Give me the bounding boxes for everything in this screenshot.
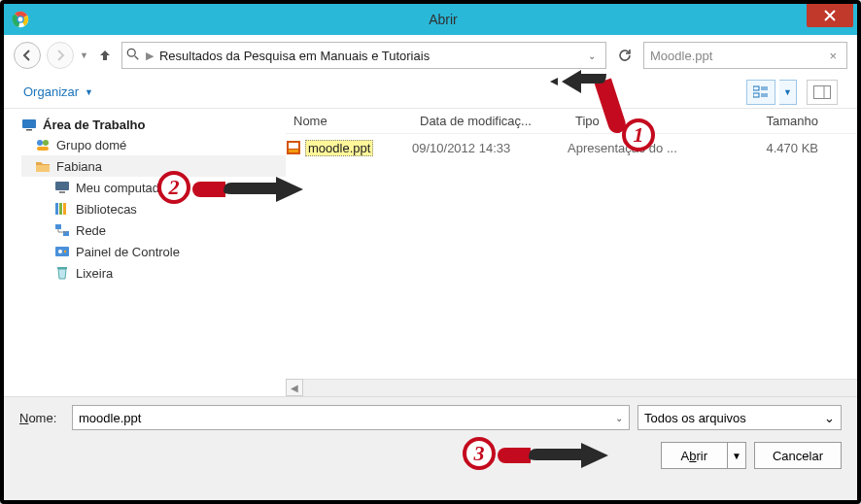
svg-rect-10 <box>814 85 831 98</box>
file-size: 4.470 KB <box>723 141 857 155</box>
filename-input[interactable]: moodle.ppt ⌄ <box>72 405 630 430</box>
view-button[interactable] <box>746 80 775 105</box>
refresh-button[interactable] <box>612 43 637 68</box>
sidebar-item-user-folder[interactable]: Fabiana <box>21 155 286 177</box>
sidebar: Área de Trabalho Grupo doméFabianaMeu co… <box>4 109 286 396</box>
column-headers: Nome Data de modificaç... Tipo Tamanho <box>286 109 857 134</box>
address-bar[interactable]: ▶ Resultados da Pesquisa em Manuais e Tu… <box>121 42 606 69</box>
cancel-button[interactable]: Cancelar <box>754 442 842 469</box>
navbar: ▼ ▶ Resultados da Pesquisa em Manuais e … <box>4 35 857 76</box>
sidebar-item-label: Lixeira <box>76 266 113 281</box>
annotation-tail-2 <box>192 182 225 197</box>
sidebar-item-recycle-bin[interactable]: Lixeira <box>21 262 286 284</box>
back-button[interactable] <box>14 42 41 69</box>
sidebar-item-label: Grupo domé <box>56 138 126 152</box>
filter-select[interactable]: Todos os arquivos ⌄ <box>637 405 842 430</box>
search-value: Moodle.ppt <box>650 49 712 63</box>
svg-point-25 <box>58 250 62 253</box>
sidebar-item-network[interactable]: Rede <box>21 219 286 241</box>
svg-rect-5 <box>753 93 759 97</box>
svg-rect-17 <box>55 182 69 190</box>
svg-rect-12 <box>22 119 36 128</box>
clear-search-icon[interactable]: × <box>825 49 841 63</box>
sidebar-item-label: Meu computador <box>76 181 171 195</box>
titlebar: Abrir <box>4 4 857 35</box>
svg-rect-22 <box>55 224 61 229</box>
organize-button[interactable]: Organizar <box>23 84 79 99</box>
close-button[interactable] <box>807 4 853 27</box>
scroll-track[interactable] <box>303 379 857 396</box>
svg-rect-13 <box>26 129 32 131</box>
annotation-badge-1: 1 <box>622 118 655 151</box>
sidebar-item-homegroup[interactable]: Grupo domé <box>21 134 286 155</box>
breadcrumb-separator-icon: ▶ <box>146 50 154 62</box>
file-row[interactable]: moodle.ppt09/10/2012 14:33Apresentação d… <box>286 134 857 161</box>
scroll-left-button[interactable]: ◀ <box>286 379 303 396</box>
svg-rect-20 <box>59 203 62 215</box>
svg-rect-30 <box>289 150 298 152</box>
sidebar-item-label: Rede <box>76 223 106 238</box>
filename-label: Nome: <box>19 411 64 425</box>
annotation-tail-3 <box>498 448 531 463</box>
organize-dropdown-icon[interactable]: ▼ <box>85 87 93 97</box>
svg-point-15 <box>43 140 49 146</box>
tree-root-desktop[interactable]: Área de Trabalho <box>21 115 286 134</box>
search-input[interactable]: Moodle.ppt × <box>643 42 847 69</box>
svg-point-26 <box>64 251 66 252</box>
history-dropdown-icon[interactable]: ▼ <box>80 50 88 60</box>
view-dropdown-button[interactable]: ▼ <box>779 80 797 105</box>
annotation-pointer-3 <box>529 443 608 472</box>
open-button[interactable]: Abrir <box>661 442 728 469</box>
chrome-icon <box>12 11 29 28</box>
filter-dropdown-icon[interactable]: ⌄ <box>824 411 835 425</box>
toolbar: Organizar ▼ ▼ <box>4 76 857 109</box>
filter-value: Todos os arquivos <box>644 411 746 425</box>
open-dialog-window: Abrir ▼ ▶ Resultados da Pesquisa em Manu… <box>0 0 861 504</box>
window-title: Abrir <box>29 12 857 27</box>
col-date[interactable]: Data de modificaç... <box>412 114 568 128</box>
annotation-pointer-2 <box>224 177 303 206</box>
body-area: Área de Trabalho Grupo doméFabianaMeu co… <box>4 109 857 396</box>
sidebar-item-label: Painel de Controle <box>76 245 180 259</box>
svg-rect-21 <box>63 203 66 215</box>
svg-point-3 <box>127 49 135 56</box>
file-date: 09/10/2012 14:33 <box>412 141 568 155</box>
svg-rect-29 <box>289 143 298 149</box>
svg-rect-4 <box>753 86 759 90</box>
footer: Nome: moodle.ppt ⌄ Todos os arquivos ⌄ A… <box>4 396 857 504</box>
svg-point-2 <box>18 17 23 22</box>
svg-rect-18 <box>59 191 65 193</box>
breadcrumb-text: Resultados da Pesquisa em Manuais e Tuto… <box>159 49 430 63</box>
sidebar-item-label: Bibliotecas <box>76 202 137 217</box>
breadcrumb-dropdown-icon[interactable]: ⌄ <box>582 50 602 61</box>
svg-point-14 <box>37 140 43 146</box>
sidebar-item-label: Fabiana <box>56 159 102 174</box>
annotation-badge-2: 2 <box>157 171 190 204</box>
annotation-badge-3: 3 <box>463 437 496 470</box>
filename-value: moodle.ppt <box>79 411 141 425</box>
filename-dropdown-icon[interactable]: ⌄ <box>615 413 623 423</box>
col-name[interactable]: Nome <box>286 114 412 128</box>
annotation-pointer-1 <box>550 70 608 109</box>
up-button[interactable] <box>94 45 116 66</box>
svg-rect-16 <box>37 147 49 151</box>
search-icon <box>126 48 140 64</box>
forward-button[interactable] <box>47 42 74 69</box>
file-list: Nome Data de modificaç... Tipo Tamanho m… <box>286 109 857 396</box>
svg-rect-19 <box>55 203 58 215</box>
sidebar-item-control-panel[interactable]: Painel de Controle <box>21 241 286 262</box>
preview-pane-button[interactable] <box>807 80 838 105</box>
tree-root-label: Área de Trabalho <box>43 118 145 132</box>
open-dropdown-button[interactable]: ▼ <box>728 442 746 469</box>
svg-rect-27 <box>57 267 67 269</box>
col-size[interactable]: Tamanho <box>723 114 857 128</box>
file-name: moodle.ppt <box>305 140 373 156</box>
